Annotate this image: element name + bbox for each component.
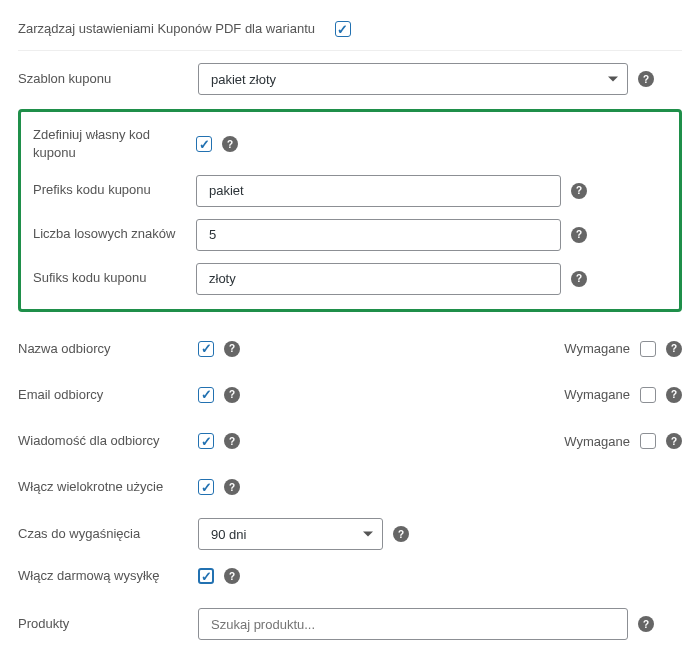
- recipient-name-required-label: Wymagane: [564, 341, 630, 356]
- template-label: Szablon kuponu: [18, 70, 198, 88]
- free-shipping-label: Włącz darmową wysyłkę: [18, 567, 198, 585]
- template-select[interactable]: pakiet złoty: [198, 63, 628, 95]
- prefix-input[interactable]: [196, 175, 561, 207]
- help-icon[interactable]: ?: [638, 71, 654, 87]
- random-input[interactable]: [196, 219, 561, 251]
- suffix-row: Sufiks kodu kuponu ?: [33, 257, 667, 301]
- recipient-message-required-label: Wymagane: [564, 434, 630, 449]
- help-icon[interactable]: ?: [571, 183, 587, 199]
- multi-use-row: Włącz wielokrotne użycie ?: [18, 464, 682, 510]
- define-code-label: Zdefiniuj własny kod kuponu: [33, 126, 196, 162]
- help-icon[interactable]: ?: [224, 479, 240, 495]
- recipient-message-row: Wiadomość dla odbiorcy ? Wymagane ?: [18, 418, 682, 464]
- prefix-label: Prefiks kodu kuponu: [33, 181, 196, 199]
- code-definition-box: Zdefiniuj własny kod kuponu ? Prefiks ko…: [18, 109, 682, 311]
- expiry-select-wrap: 90 dni: [198, 518, 383, 550]
- manage-variant-checkbox[interactable]: [335, 21, 351, 37]
- help-icon[interactable]: ?: [571, 227, 587, 243]
- manage-variant-row: Zarządzaj ustawieniami Kuponów PDF dla w…: [18, 12, 682, 51]
- help-icon[interactable]: ?: [222, 136, 238, 152]
- recipient-message-required-checkbox[interactable]: [640, 433, 656, 449]
- recipient-message-checkbox[interactable]: [198, 433, 214, 449]
- define-code-row: Zdefiniuj własny kod kuponu ?: [33, 120, 667, 168]
- free-shipping-checkbox[interactable]: [198, 568, 214, 584]
- prefix-row: Prefiks kodu kuponu ?: [33, 169, 667, 213]
- expiry-label: Czas do wygaśnięcia: [18, 525, 198, 543]
- suffix-input[interactable]: [196, 263, 561, 295]
- help-icon[interactable]: ?: [393, 526, 409, 542]
- help-icon[interactable]: ?: [224, 387, 240, 403]
- products-row: Produkty ?: [18, 594, 682, 648]
- recipient-email-row: Email odbiorcy ? Wymagane ?: [18, 372, 682, 418]
- multi-use-label: Włącz wielokrotne użycie: [18, 478, 198, 496]
- free-shipping-row: Włącz darmową wysyłkę ?: [18, 558, 682, 594]
- help-icon[interactable]: ?: [666, 433, 682, 449]
- help-icon[interactable]: ?: [224, 433, 240, 449]
- expiry-select[interactable]: 90 dni: [198, 518, 383, 550]
- recipient-email-required-checkbox[interactable]: [640, 387, 656, 403]
- help-icon[interactable]: ?: [666, 341, 682, 357]
- help-icon[interactable]: ?: [571, 271, 587, 287]
- template-row: Szablon kuponu pakiet złoty ?: [18, 55, 682, 103]
- recipient-message-label: Wiadomość dla odbiorcy: [18, 432, 198, 450]
- help-icon[interactable]: ?: [224, 341, 240, 357]
- recipient-name-label: Nazwa odbiorcy: [18, 340, 198, 358]
- recipient-name-row: Nazwa odbiorcy ? Wymagane ?: [18, 326, 682, 372]
- products-label: Produkty: [18, 615, 198, 633]
- define-code-checkbox[interactable]: [196, 136, 212, 152]
- help-icon[interactable]: ?: [666, 387, 682, 403]
- random-row: Liczba losowych znaków ?: [33, 213, 667, 257]
- multi-use-checkbox[interactable]: [198, 479, 214, 495]
- template-select-wrap: pakiet złoty: [198, 63, 628, 95]
- recipient-email-required-label: Wymagane: [564, 387, 630, 402]
- expiry-row: Czas do wygaśnięcia 90 dni ?: [18, 510, 682, 558]
- recipient-email-label: Email odbiorcy: [18, 386, 198, 404]
- help-icon[interactable]: ?: [224, 568, 240, 584]
- manage-variant-label: Zarządzaj ustawieniami Kuponów PDF dla w…: [18, 20, 315, 38]
- recipient-name-required-checkbox[interactable]: [640, 341, 656, 357]
- products-input[interactable]: [198, 608, 628, 640]
- recipient-email-checkbox[interactable]: [198, 387, 214, 403]
- random-label: Liczba losowych znaków: [33, 225, 196, 243]
- suffix-label: Sufiks kodu kuponu: [33, 269, 196, 287]
- recipient-name-checkbox[interactable]: [198, 341, 214, 357]
- help-icon[interactable]: ?: [638, 616, 654, 632]
